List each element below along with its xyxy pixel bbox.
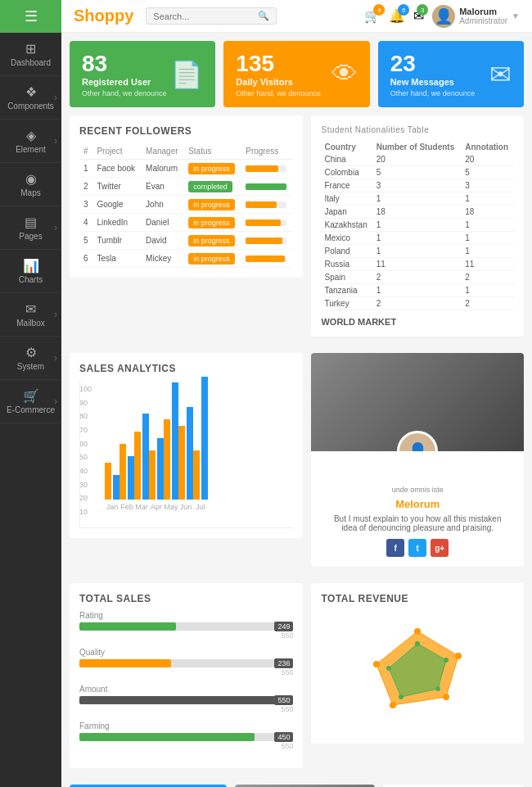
row-project: Twitter	[92, 178, 142, 196]
row-manager: Evan	[142, 178, 184, 196]
googleplus-icon[interactable]: g+	[431, 539, 449, 557]
notification-icon-2[interactable]: 🔔 6	[389, 8, 405, 24]
nat-country: Russia	[321, 258, 372, 271]
profile-card: 👤 unde omnis iste Melorum But I must exp…	[311, 353, 524, 567]
stat-sub-visitors: Other hand, we denounce	[236, 89, 321, 97]
nat-col-students: Number of Students	[373, 141, 462, 153]
list-item: France 3 3	[321, 179, 514, 192]
user-role: Administrator	[459, 16, 507, 25]
twitter-icon[interactable]: t	[408, 539, 426, 557]
month-label: May	[164, 503, 178, 511]
row-status: in progress	[184, 232, 241, 250]
col-project: Project	[92, 143, 142, 160]
list-item: Turkey 2 2	[321, 297, 514, 310]
recent-followers-card: RECENT FOLLOWERS # Project Manager Statu…	[70, 115, 303, 278]
row-project: LinkedIn	[92, 214, 142, 232]
nat-country: Spain	[321, 271, 372, 284]
row-num: 1	[79, 160, 92, 178]
nat-annotation: 5	[462, 166, 514, 179]
followers-card-title: RECENT FOLLOWERS	[79, 125, 293, 137]
nat-country: Kazakhstan	[321, 219, 372, 232]
nationalities-card: Student Nationalities Table Country Numb…	[311, 115, 524, 337]
radar-svg	[352, 615, 483, 730]
row-num: 6	[79, 250, 92, 268]
avatar: 👤	[432, 5, 455, 28]
sales-bar-fill	[79, 622, 176, 631]
stat-number-messages: 23	[390, 51, 476, 77]
sidebar-item-system[interactable]: ⚙ System	[0, 337, 61, 380]
nat-country: France	[321, 179, 372, 192]
table-row: 1 Face book Malorum in progress	[79, 160, 293, 178]
sidebar-item-charts[interactable]: 📊 Charts	[0, 250, 61, 293]
sidebar-item-maps[interactable]: ◉ Maps	[0, 163, 61, 206]
table-row: 2 Twitter Evan completed	[79, 178, 293, 196]
svg-point-2	[414, 628, 421, 635]
total-revenue-section: TOTAL REVENUE	[311, 583, 524, 776]
sidebar-item-pages[interactable]: ▤ Pages	[0, 206, 61, 250]
nat-annotation: 2	[462, 297, 514, 310]
row-totals: TOTAL SALES Rating 249 550 Quality 236 5…	[70, 583, 524, 776]
row-progress	[241, 232, 293, 250]
sales-bar-value: 249	[274, 622, 293, 631]
total-revenue-title: TOTAL REVENUE	[321, 593, 514, 604]
notification-icon-1[interactable]: 🛒 4	[364, 8, 381, 24]
profile-info: unde omnis iste Melorum But I must expla…	[311, 476, 524, 567]
user-avatar-wrap[interactable]: 👤 Malorum Administrator ▼	[432, 5, 520, 28]
row-manager: Daniel	[142, 214, 184, 232]
nat-country: Turkey	[321, 297, 372, 310]
radar-chart	[321, 611, 514, 734]
svg-point-8	[444, 658, 449, 663]
cart-badge: 4	[373, 4, 385, 16]
chart-bar-group: Jun	[178, 407, 193, 511]
chart-bar-group: Jul	[193, 377, 208, 511]
profile-description: But I must explain to you how all this m…	[321, 514, 514, 532]
sales-bar-max: 550	[79, 668, 293, 676]
profile-sub: unde omnis iste	[321, 486, 514, 494]
sidebar-item-components[interactable]: ❖ Components	[0, 76, 61, 120]
sales-bar-container: 550	[79, 696, 293, 704]
notification-icon-3[interactable]: ✉ 3	[413, 8, 424, 24]
total-revenue-card: TOTAL REVENUE	[311, 583, 524, 744]
sidebar-item-mailbox[interactable]: ✉ Mailbox	[0, 293, 61, 337]
search-input[interactable]	[153, 11, 258, 21]
content-area: 83 Registered User Other hand, we denoun…	[61, 33, 532, 787]
sidebar-item-dashboard[interactable]: ⊞ Dashboard	[0, 33, 61, 76]
sidebar-label-charts: Charts	[19, 275, 43, 284]
svg-point-6	[373, 661, 380, 667]
sales-bar-label: Farming	[79, 721, 293, 730]
search-bar[interactable]: 🔍	[146, 7, 277, 25]
stat-sub-registered: Other hand, we denounce	[82, 89, 167, 97]
stat-card-visitors: 135 Daily Visitors Other hand, we denoun…	[223, 41, 369, 107]
nat-students: 11	[373, 258, 462, 271]
bar-blue	[187, 407, 193, 500]
sidebar-item-element[interactable]: ◈ Element	[0, 120, 61, 163]
nat-students: 1	[373, 219, 462, 232]
bar-blue	[128, 456, 134, 500]
row-num: 4	[79, 214, 92, 232]
search-icon: 🔍	[258, 11, 269, 21]
row-progress	[241, 250, 293, 268]
bar-orange	[193, 450, 200, 500]
topbar-icon-group: 🛒 4 🔔 6 ✉ 3 👤 Malorum Administrator ▼	[364, 5, 520, 28]
sidebar-logo[interactable]: ☰	[0, 0, 61, 33]
sales-analytics-section: SALES ANALYTICS 100 90 80 70 60 50 40 30…	[70, 353, 303, 575]
facebook-icon[interactable]: f	[386, 539, 404, 557]
sidebar: ☰ ⊞ Dashboard ❖ Components ◈ Element ◉ M…	[0, 0, 61, 787]
bell-badge: 6	[398, 4, 409, 16]
month-label: Feb	[120, 503, 133, 511]
social-icons-row: f t g+	[321, 539, 514, 557]
sidebar-label-pages: Pages	[19, 232, 42, 241]
sales-bar-fill	[79, 696, 293, 704]
charts-icon: 📊	[23, 258, 39, 274]
row-status: in progress	[184, 214, 241, 232]
sidebar-label-mailbox: Mailbox	[16, 319, 44, 328]
list-item: Mexico 1 1	[321, 232, 514, 245]
total-sales-section: TOTAL SALES Rating 249 550 Quality 236 5…	[70, 583, 303, 776]
maps-icon: ◉	[25, 171, 37, 187]
sidebar-item-ecommerce[interactable]: 🛒 E-Commerce	[0, 380, 61, 423]
row-project: Face book	[92, 160, 142, 178]
nat-students: 18	[373, 206, 462, 219]
bar-orange	[134, 432, 141, 500]
main-content: Shoppy 🔍 🛒 4 🔔 6 ✉ 3 👤 M	[61, 0, 532, 787]
row-status: in progress	[184, 196, 241, 214]
